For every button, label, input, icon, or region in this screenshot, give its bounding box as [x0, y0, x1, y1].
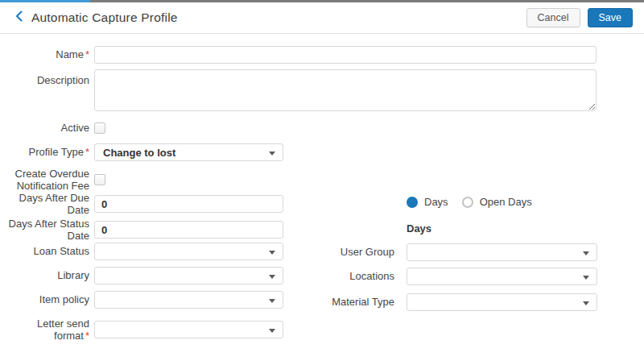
- days-after-status-date-label: Days After Status Date: [0, 218, 89, 243]
- field-row-user-group: User Group: [322, 243, 597, 261]
- field-row-item-policy: Item policy: [0, 291, 283, 309]
- page-title: Automatic Capture Profile: [31, 10, 178, 25]
- create-overdue-fee-label: Create Overdue Notification Fee: [0, 168, 89, 193]
- field-row-description: Description: [0, 69, 597, 111]
- required-marker: *: [85, 48, 89, 60]
- field-row-days-after-due-date: Days After Due Date: [0, 192, 283, 217]
- field-row-active: Active: [0, 122, 105, 134]
- field-row-profile-type: Profile Type* Change to lost: [0, 143, 283, 161]
- chevron-left-icon: [13, 10, 26, 26]
- field-row-locations: Locations: [322, 268, 597, 285]
- chevron-down-icon: [583, 251, 589, 255]
- profile-type-select[interactable]: Change to lost: [94, 143, 283, 161]
- locations-label: Locations: [322, 270, 394, 282]
- field-row-letter-send-format: Letter send format*: [0, 318, 283, 342]
- description-label: Description: [0, 69, 89, 86]
- loan-status-label: Loan Status: [0, 245, 89, 257]
- days-after-status-date-input[interactable]: [94, 221, 283, 239]
- create-overdue-fee-checkbox[interactable]: [94, 174, 105, 185]
- field-row-loan-status: Loan Status: [0, 243, 283, 260]
- description-textarea[interactable]: [94, 69, 597, 111]
- chevron-down-icon: [583, 276, 589, 280]
- chevron-down-icon: [269, 152, 275, 156]
- chevron-down-icon: [583, 301, 589, 305]
- item-policy-select[interactable]: [94, 291, 283, 309]
- save-button[interactable]: Save: [588, 8, 634, 27]
- day-type-option-days[interactable]: Days: [407, 196, 448, 208]
- day-type-days-label: Days: [424, 196, 448, 208]
- day-type-radio-group: Days Open Days: [407, 196, 532, 208]
- library-label: Library: [0, 269, 89, 281]
- active-label: Active: [0, 122, 89, 134]
- user-group-label: User Group: [322, 246, 394, 258]
- cancel-button[interactable]: Cancel: [526, 8, 580, 27]
- material-type-select[interactable]: [407, 293, 597, 311]
- required-marker: *: [85, 146, 89, 158]
- field-row-create-overdue-fee: Create Overdue Notification Fee: [0, 168, 105, 193]
- day-type-open-days-label: Open Days: [480, 196, 532, 208]
- field-row-library: Library: [0, 267, 283, 284]
- name-label: Name*: [0, 48, 89, 60]
- header-actions: Cancel Save: [526, 8, 633, 27]
- chevron-down-icon: [269, 329, 275, 333]
- locations-select[interactable]: [407, 268, 597, 285]
- required-marker: *: [85, 330, 89, 342]
- chevron-down-icon: [269, 299, 275, 303]
- field-row-material-type: Material Type: [322, 293, 597, 311]
- field-row-days-after-status-date: Days After Status Date: [0, 218, 283, 243]
- days-after-due-date-input[interactable]: [94, 195, 283, 213]
- letter-send-format-select[interactable]: [94, 321, 283, 338]
- field-row-name: Name*: [0, 46, 597, 64]
- radio-selected-icon: [407, 197, 418, 208]
- day-type-option-open-days[interactable]: Open Days: [462, 196, 532, 208]
- profile-type-value: Change to lost: [103, 147, 175, 159]
- letter-send-format-label: Letter send format*: [0, 318, 89, 342]
- active-checkbox[interactable]: [94, 122, 105, 134]
- days-section-heading: Days: [407, 222, 431, 235]
- back-button[interactable]: [10, 9, 28, 27]
- profile-type-label: Profile Type*: [0, 146, 89, 158]
- chevron-down-icon: [269, 275, 275, 279]
- loan-status-select[interactable]: [94, 243, 283, 260]
- chevron-down-icon: [269, 251, 275, 255]
- name-input[interactable]: [94, 46, 597, 64]
- item-policy-label: Item policy: [0, 293, 89, 305]
- radio-unselected-icon: [462, 197, 473, 208]
- days-after-due-date-label: Days After Due Date: [0, 192, 89, 217]
- material-type-label: Material Type: [322, 296, 394, 308]
- library-select[interactable]: [94, 267, 283, 284]
- page-header: Automatic Capture Profile Cancel Save: [0, 2, 644, 34]
- user-group-select[interactable]: [407, 243, 597, 261]
